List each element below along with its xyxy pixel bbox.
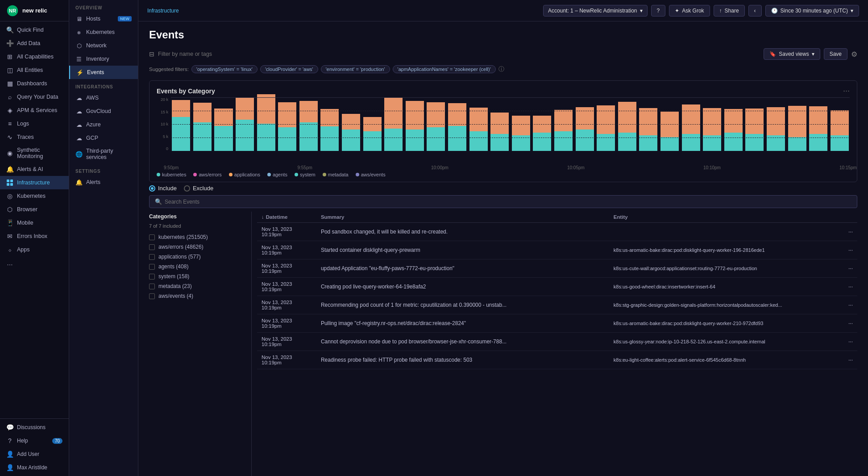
save-button[interactable]: Save <box>824 48 847 60</box>
legend-item-kubernetes: kubernetes <box>157 172 186 177</box>
row-more-button[interactable]: ··· <box>844 223 857 241</box>
sidebar-item-browser[interactable]: ⬡ Browser <box>0 203 69 216</box>
sidebar-item-all-capabilities[interactable]: ⊞ All Capabilities <box>0 50 69 63</box>
sec-nav-hosts[interactable]: 🖥 Hosts New <box>69 12 138 25</box>
sec-nav-third-party[interactable]: 🌐 Third-party services <box>69 145 138 163</box>
sidebar-item-user[interactable]: 👤 Max Aristilde <box>0 461 69 474</box>
cat-item-system[interactable]: system (158) <box>149 271 246 281</box>
cat-checkbox-agents[interactable] <box>149 264 155 270</box>
cell-datetime: Nov 13, 202310:19pm <box>257 314 316 333</box>
sidebar-item-add-user[interactable]: 👤 Add User <box>0 447 69 461</box>
cat-item-agents[interactable]: agents (408) <box>149 262 246 271</box>
sec-nav-gcp[interactable]: ☁ GCP <box>69 131 138 145</box>
settings-button[interactable]: ⚙ <box>851 50 857 58</box>
chart-x-labels: 9:50pm9:55pm10:00pm10:05pm10:10pm10:15pm <box>150 165 857 170</box>
include-radio[interactable]: Include <box>149 185 177 192</box>
sec-nav-kubernetes[interactable]: ⎈ Kubernetes <box>69 25 138 39</box>
col-datetime[interactable]: ↓ Datetime <box>257 212 316 223</box>
cat-item-aws-events[interactable]: aws/events (4) <box>149 291 246 301</box>
apps-icon: ⬦ <box>6 246 13 253</box>
row-more-button[interactable]: ··· <box>844 333 857 351</box>
sidebar-item-traces[interactable]: ∿ Traces <box>0 130 69 144</box>
table-row[interactable]: Nov 13, 202310:19pmCannot deprovision no… <box>257 333 857 351</box>
sidebar-item-errors-inbox[interactable]: ✉ Errors Inbox <box>0 230 69 243</box>
sidebar-item-query-your-data[interactable]: ⌕ Query Your Data <box>0 90 69 104</box>
sidebar-item-infrastructure[interactable]: Infrastructure <box>0 176 69 189</box>
breadcrumb[interactable]: Infrastructure <box>147 8 179 14</box>
saved-views-button[interactable]: 🔖 Saved views ▾ <box>764 48 820 60</box>
sidebar-item-apm-services[interactable]: ◈ APM & Services <box>0 104 69 117</box>
table-row[interactable]: Nov 13, 202310:19pmPod sandbox changed, … <box>257 223 857 241</box>
sec-nav-inventory[interactable]: ☰ Inventory <box>69 52 138 66</box>
table-row[interactable]: Nov 13, 202310:19pmReadiness probe faile… <box>257 351 857 369</box>
sidebar-item-discussions[interactable]: 💬 Discussions <box>0 421 69 434</box>
sidebar-item-quick-find[interactable]: 🔍 Quick Find <box>0 23 69 37</box>
sec-nav-govcloud[interactable]: ☁ GovCloud <box>69 104 138 118</box>
filter-input[interactable] <box>158 49 238 59</box>
categories-panel: Categories 7 of 7 included kubernetes (2… <box>149 212 252 476</box>
cell-entity[interactable]: k8s:us-glossy-year:node:ip-10-218-52-126… <box>609 333 844 351</box>
cat-item-metadata[interactable]: metadata (23) <box>149 281 246 291</box>
cat-checkbox-system[interactable] <box>149 274 155 280</box>
table-row[interactable]: Nov 13, 202310:19pmPulling image "cf-reg… <box>257 314 857 333</box>
sec-nav-events[interactable]: ⚡ Events <box>69 66 138 79</box>
table-row[interactable]: Nov 13, 202310:19pmupdated Application "… <box>257 259 857 278</box>
sidebar-item-apps[interactable]: ⬦ Apps <box>0 243 69 256</box>
row-more-button[interactable]: ··· <box>844 296 857 314</box>
row-more-button[interactable]: ··· <box>844 278 857 296</box>
row-more-button[interactable]: ··· <box>844 259 857 278</box>
sec-nav-aws[interactable]: ☁ AWS <box>69 91 138 104</box>
sidebar-item-alerts-ai[interactable]: 🔔 Alerts & AI <box>0 163 69 176</box>
sidebar-item-help[interactable]: ? Help 70 <box>0 434 69 447</box>
account-select-button[interactable]: Account: 1 – NewRelic Administration ▾ <box>543 5 647 17</box>
suggested-pill-1[interactable]: 'cloudProvider' = 'aws' <box>260 65 318 73</box>
share-button[interactable]: ↑ Share <box>714 5 745 17</box>
search-events-input[interactable] <box>165 199 851 205</box>
cat-checkbox-applications[interactable] <box>149 254 155 260</box>
cat-checkbox-kubernetes[interactable] <box>149 234 155 240</box>
cell-entity[interactable]: k8s:us-good-wheel:dirac:insertworker:ins… <box>609 278 844 296</box>
nav-back-button[interactable]: ‹ <box>748 5 762 17</box>
cell-entity[interactable]: k8s:us-aromatic-bake:dirac:pod:disklight… <box>609 314 844 333</box>
row-more-button[interactable]: ··· <box>844 351 857 369</box>
sidebar-item-logs[interactable]: ≡ Logs <box>0 117 69 130</box>
cell-entity[interactable] <box>609 223 844 241</box>
info-icon[interactable]: ⓘ <box>498 65 504 73</box>
sec-nav-network[interactable]: ⬡ Network <box>69 39 138 52</box>
settings-section-label: SETTINGS <box>69 163 138 175</box>
cell-entity[interactable]: k8s:eu-light-coffee:alerts:pod:alert-ser… <box>609 351 844 369</box>
exclude-radio[interactable]: Exclude <box>184 185 213 192</box>
table-row[interactable]: Nov 13, 202310:19pmRecommending pod coun… <box>257 296 857 314</box>
ask-grok-button[interactable]: ✦ Ask Grok <box>669 5 710 17</box>
suggested-pill-2[interactable]: 'environment' = 'production' <box>321 65 390 73</box>
row-more-button[interactable]: ··· <box>844 314 857 333</box>
y-label-15k: 15 k <box>157 110 168 114</box>
cat-item-kubernetes[interactable]: kubernetes (251505) <box>149 232 246 242</box>
cell-entity[interactable]: k8s:stg-graphic-design:golden-signals-pl… <box>609 296 844 314</box>
row-more-button[interactable]: ··· <box>844 241 857 259</box>
cell-entity[interactable]: k8s:us-cute-wall:argocd:applicationset:r… <box>609 259 844 278</box>
cat-checkbox-aws-events[interactable] <box>149 293 155 299</box>
suggested-pill-3[interactable]: 'apmApplicationNames' = 'zookeeper (cell… <box>393 65 496 73</box>
sidebar-item-all-entities[interactable]: ◫ All Entities <box>0 63 69 77</box>
y-label-20k: 20 k <box>157 97 168 102</box>
cat-checkbox-metadata[interactable] <box>149 284 155 289</box>
sec-nav-azure[interactable]: ☁ Azure <box>69 118 138 131</box>
sidebar-item-more[interactable]: … <box>0 256 69 270</box>
sidebar-item-synthetic-monitoring[interactable]: ◉ Synthetic Monitoring <box>0 144 69 163</box>
table-row[interactable]: Nov 13, 202310:19pmCreating pod live-que… <box>257 278 857 296</box>
sec-nav-settings-alerts[interactable]: 🔔 Alerts <box>69 175 138 189</box>
chart-more-button[interactable]: ··· <box>843 86 850 96</box>
sidebar-item-add-data[interactable]: ➕ Add Data <box>0 37 69 50</box>
cat-checkbox-aws-errors[interactable] <box>149 244 155 250</box>
cat-item-aws-errors[interactable]: aws/errors (48626) <box>149 242 246 252</box>
help-button[interactable]: ? <box>651 5 666 17</box>
time-range-button[interactable]: 🕐 Since 30 minutes ago (UTC) ▾ <box>765 5 859 17</box>
sidebar-item-dashboards[interactable]: ▦ Dashboards <box>0 77 69 90</box>
cat-item-applications[interactable]: applications (577) <box>149 252 246 262</box>
sidebar-item-mobile[interactable]: 📱 Mobile <box>0 216 69 230</box>
sidebar-item-kubernetes[interactable]: ◎ Kubernetes <box>0 189 69 203</box>
suggested-pill-0[interactable]: 'operatingSystem' = 'linux' <box>191 65 257 73</box>
table-row[interactable]: Nov 13, 202310:19pmStarted container dis… <box>257 241 857 259</box>
cell-entity[interactable]: k8s:us-aromatic-bake:dirac:pod:disklight… <box>609 241 844 259</box>
